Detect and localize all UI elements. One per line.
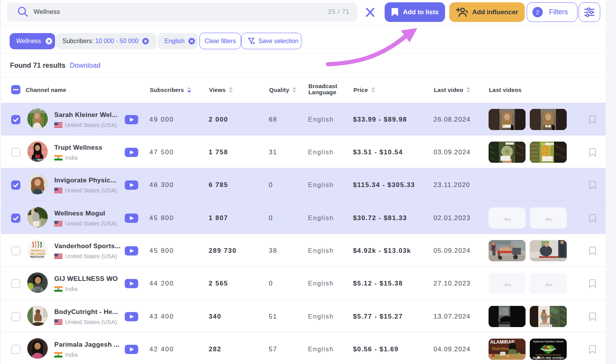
svg-text:Well: Well: [37, 158, 44, 162]
svg-text:National Nutrition Week: National Nutrition Week: [533, 340, 564, 343]
svg-text:WELLNESS: WELLNESS: [30, 252, 45, 255]
svg-text:SPORTS &: SPORTS &: [31, 249, 45, 252]
svg-text:Nutritious Diets For Everyone: Nutritious Diets For Everyone: [536, 354, 561, 356]
svg-text:Nutrition: Nutrition: [491, 346, 510, 351]
svg-text:ಯಲ್ರ಩ಮಗು ಜೌರ್ರ್ಕ ಆಲಮರಧಲು: ಯಲ್ರ಩ಮಗು ಜೌರ್ರ್ಕ ಆಲಮರಧಲು: [532, 356, 564, 359]
svg-text:INSTITUTE: INSTITUTE: [30, 255, 44, 259]
svg-text:Trupt: Trupt: [28, 158, 37, 162]
